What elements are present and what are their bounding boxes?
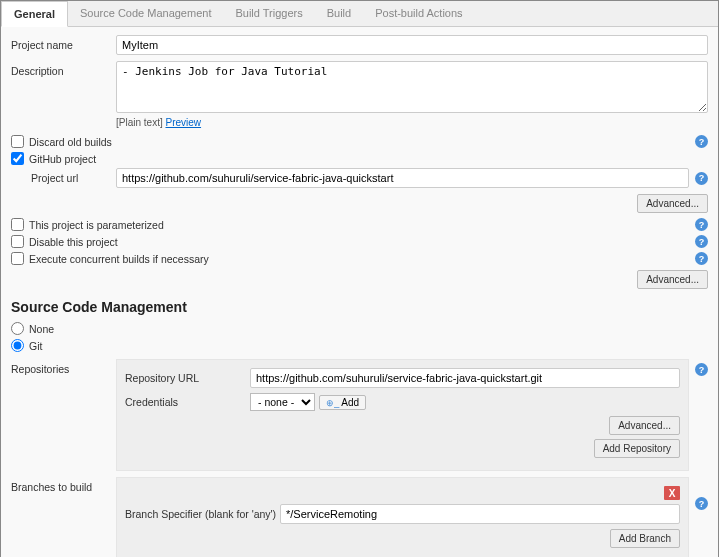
project-url-input[interactable] bbox=[116, 168, 689, 188]
branch-specifier-label: Branch Specifier (blank for 'any') bbox=[125, 508, 280, 520]
tab-postbuild[interactable]: Post-build Actions bbox=[363, 1, 474, 26]
scm-git-radio[interactable] bbox=[11, 339, 24, 352]
concurrent-builds-checkbox[interactable] bbox=[11, 252, 24, 265]
preview-link[interactable]: Preview bbox=[165, 117, 201, 128]
tab-build-triggers[interactable]: Build Triggers bbox=[223, 1, 314, 26]
project-name-label: Project name bbox=[11, 35, 116, 51]
advanced-button[interactable]: Advanced... bbox=[637, 194, 708, 213]
plain-text-label: [Plain text] bbox=[116, 117, 163, 128]
advanced-button[interactable]: Advanced... bbox=[637, 270, 708, 289]
scm-none-radio[interactable] bbox=[11, 322, 24, 335]
help-icon[interactable]: ? bbox=[695, 135, 708, 148]
help-icon[interactable]: ? bbox=[695, 218, 708, 231]
disable-project-label: Disable this project bbox=[29, 236, 695, 248]
scm-heading: Source Code Management bbox=[11, 299, 708, 315]
github-project-label: GitHub project bbox=[29, 153, 708, 165]
discard-old-builds-checkbox[interactable] bbox=[11, 135, 24, 148]
help-icon[interactable]: ? bbox=[695, 363, 708, 376]
repository-url-label: Repository URL bbox=[125, 372, 250, 384]
repository-url-input[interactable] bbox=[250, 368, 680, 388]
branch-specifier-input[interactable] bbox=[280, 504, 680, 524]
disable-project-checkbox[interactable] bbox=[11, 235, 24, 248]
project-name-input[interactable] bbox=[116, 35, 708, 55]
description-textarea[interactable] bbox=[116, 61, 708, 113]
description-label: Description bbox=[11, 61, 116, 77]
parameterized-checkbox[interactable] bbox=[11, 218, 24, 231]
credentials-select[interactable]: - none - bbox=[250, 393, 315, 411]
branches-label: Branches to build bbox=[11, 477, 116, 493]
scm-git-label: Git bbox=[29, 340, 708, 352]
parameterized-label: This project is parameterized bbox=[29, 219, 695, 231]
tab-scm[interactable]: Source Code Management bbox=[68, 1, 223, 26]
add-credentials-button[interactable]: ⊕⎯ Add bbox=[319, 395, 366, 410]
help-icon[interactable]: ? bbox=[695, 172, 708, 185]
github-project-checkbox[interactable] bbox=[11, 152, 24, 165]
scm-none-label: None bbox=[29, 323, 708, 335]
help-icon[interactable]: ? bbox=[695, 252, 708, 265]
config-tabs: General Source Code Management Build Tri… bbox=[1, 1, 718, 27]
tab-build[interactable]: Build bbox=[315, 1, 363, 26]
help-icon[interactable]: ? bbox=[695, 235, 708, 248]
tab-general[interactable]: General bbox=[1, 1, 68, 27]
delete-branch-button[interactable]: X bbox=[664, 486, 680, 500]
discard-old-builds-label: Discard old builds bbox=[29, 136, 695, 148]
repositories-label: Repositories bbox=[11, 359, 116, 375]
credentials-label: Credentials bbox=[125, 396, 250, 408]
repo-advanced-button[interactable]: Advanced... bbox=[609, 416, 680, 435]
add-branch-button[interactable]: Add Branch bbox=[610, 529, 680, 548]
add-repository-button[interactable]: Add Repository bbox=[594, 439, 680, 458]
help-icon[interactable]: ? bbox=[695, 497, 708, 510]
concurrent-builds-label: Execute concurrent builds if necessary bbox=[29, 253, 695, 265]
project-url-label: Project url bbox=[31, 168, 116, 184]
